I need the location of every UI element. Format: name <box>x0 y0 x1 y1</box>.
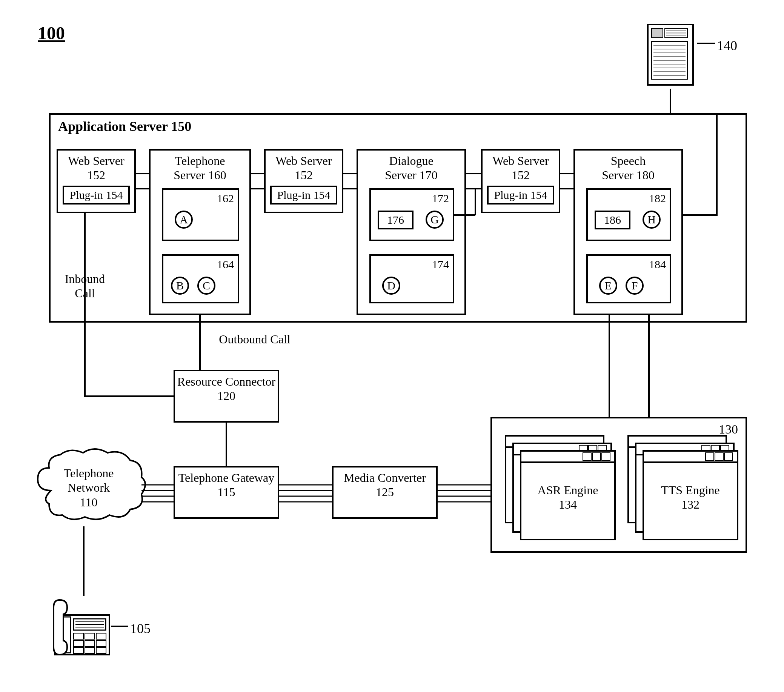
dialogue-server: Dialogue Server 170 172 176 G 174 D <box>357 149 466 315</box>
application-server-title: Application Server 150 <box>51 115 746 138</box>
tts-engine-num: 132 <box>649 497 732 512</box>
web-server-2-num: 152 <box>265 168 342 182</box>
web-server-1-num: 152 <box>58 168 134 182</box>
telephone-server-sub: Server 160 <box>150 168 249 182</box>
asr-engine-num: 134 <box>526 497 609 512</box>
media-converter-title: Media Converter <box>334 468 436 485</box>
resource-connector-num: 120 <box>175 389 278 403</box>
sp-186: 186 <box>595 211 631 229</box>
telephone-server: Telephone Server 160 162 A 164 B C <box>149 149 251 315</box>
outbound-call-label: Outbound Call <box>209 332 300 346</box>
sp-inner-184: 184 E F <box>586 254 671 303</box>
plugin-2: Plug-in 154 <box>270 186 337 204</box>
tel-inner-162: 162 A <box>162 188 239 241</box>
resource-connector: Resource Connector 120 <box>173 370 279 423</box>
web-server-1-title: Web Server <box>58 150 134 168</box>
speech-server-sub: Server 180 <box>575 168 681 182</box>
svg-rect-51 <box>96 640 106 646</box>
svg-rect-1 <box>652 28 663 38</box>
dlg-172-num: 172 <box>432 192 449 205</box>
circle-a: A <box>175 211 193 229</box>
web-server-2: Web Server 152 Plug-in 154 <box>264 149 343 213</box>
circle-c: C <box>197 277 216 295</box>
svg-rect-49 <box>74 640 83 646</box>
inbound-call-text: Inbound Call <box>65 272 105 300</box>
circle-f: F <box>626 277 644 295</box>
dialogue-server-sub: Server 170 <box>358 168 464 182</box>
plugin-3: Plug-in 154 <box>487 186 554 204</box>
circle-d: D <box>382 277 400 295</box>
speech-server: Speech Server 180 182 186 H 184 E F <box>573 149 683 315</box>
dlg-inner-172: 172 176 G <box>369 188 454 241</box>
web-server-3-title: Web Server <box>483 150 559 168</box>
asr-engine-label: ASR Engine 134 <box>526 483 609 512</box>
telephone-gateway: Telephone Gateway 115 <box>173 466 279 519</box>
circle-b: B <box>171 277 189 295</box>
circle-e: E <box>599 277 617 295</box>
svg-rect-52 <box>74 648 83 654</box>
dialogue-server-title: Dialogue <box>358 150 464 168</box>
dlg-174-num: 174 <box>432 258 449 271</box>
web-server-3-num: 152 <box>483 168 559 182</box>
media-converter: Media Converter 125 <box>332 466 438 519</box>
svg-rect-47 <box>85 633 95 639</box>
server-tower-ref: 140 <box>717 38 737 54</box>
dlg-176: 176 <box>378 211 413 229</box>
telephone-network-label: Telephone Network 110 <box>49 466 128 509</box>
phone-ref: 105 <box>130 621 150 636</box>
web-server-2-title: Web Server <box>265 150 342 168</box>
sp-inner-182: 182 186 H <box>586 188 671 241</box>
phone-icon <box>38 592 113 662</box>
sp-182-num: 182 <box>649 192 666 205</box>
tel-inner-164: 164 B C <box>162 254 239 303</box>
tel-164-num: 164 <box>217 258 234 271</box>
resource-connector-title: Resource Connector <box>175 371 278 389</box>
telephone-server-title: Telephone <box>150 150 249 168</box>
svg-rect-53 <box>85 648 95 654</box>
telephone-network-title: Telephone Network <box>49 466 128 495</box>
web-server-1: Web Server 152 Plug-in 154 <box>57 149 136 213</box>
svg-rect-48 <box>96 633 106 639</box>
outbound-call-text: Outbound Call <box>219 333 290 346</box>
sp-184-num: 184 <box>649 258 666 271</box>
figure-number: 100 <box>38 23 65 43</box>
svg-rect-54 <box>96 648 106 654</box>
tel-162-num: 162 <box>217 192 234 205</box>
asr-engine-title: ASR Engine <box>526 483 609 497</box>
tts-engine-label: TTS Engine 132 <box>649 483 732 512</box>
server-tower-icon <box>644 21 697 90</box>
telephone-network-num: 110 <box>49 495 128 509</box>
plugin-1: Plug-in 154 <box>63 186 130 204</box>
speech-server-title: Speech <box>575 150 681 168</box>
connector-lines <box>0 0 784 692</box>
inbound-call-label: Inbound Call <box>57 272 113 301</box>
telephone-gateway-num: 115 <box>175 485 278 499</box>
svg-rect-50 <box>85 640 95 646</box>
circle-h: H <box>642 211 660 229</box>
tts-engine-title: TTS Engine <box>649 483 732 497</box>
dlg-inner-174: 174 D <box>369 254 454 303</box>
circle-g: G <box>426 211 444 229</box>
web-server-3: Web Server 152 Plug-in 154 <box>481 149 560 213</box>
media-converter-num: 125 <box>334 485 436 499</box>
telephone-gateway-title: Telephone Gateway <box>175 468 278 485</box>
svg-rect-46 <box>74 633 83 639</box>
